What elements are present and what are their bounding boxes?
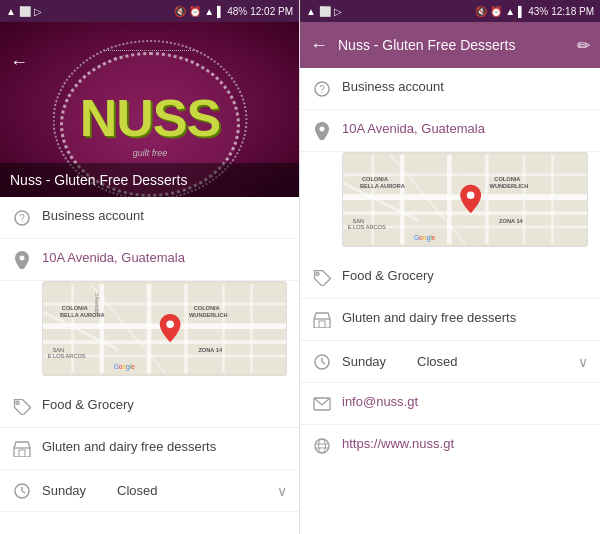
cast-icon: ▷ — [34, 6, 42, 17]
alarm-icon: ⏰ — [189, 6, 201, 17]
hero-image: ← gluten free NUSS guilt free Nuss - Glu… — [0, 22, 300, 197]
left-content: ? Business account 10A Avenida, Guatemal… — [0, 197, 299, 534]
hours-day-left: Sunday — [42, 483, 107, 498]
left-map[interactable]: COLONIA BELLA AURORA COLONIA WUNDERLICH … — [42, 281, 287, 376]
wifi-icon: ▲ — [204, 6, 214, 17]
website-text: https://www.nuss.gt — [342, 435, 588, 453]
svg-text:WUNDERLICH: WUNDERLICH — [490, 183, 529, 189]
notification-icon: ▲ — [6, 6, 16, 17]
svg-text:ZONA 14: ZONA 14 — [198, 347, 222, 353]
svg-text:?: ? — [19, 213, 25, 224]
right-category-text: Food & Grocery — [342, 267, 588, 285]
right-address-row[interactable]: 10A Avenida, Guatemala — [300, 110, 600, 152]
wifi-icon-r: ▲ — [505, 6, 515, 17]
svg-rect-38 — [447, 155, 452, 245]
svg-text:SAN: SAN — [52, 347, 64, 353]
svg-text:COLONIA: COLONIA — [62, 305, 88, 311]
chevron-down-icon-r[interactable]: ∨ — [578, 354, 588, 370]
screenshot-icon: ⬜ — [19, 6, 31, 17]
email-icon — [312, 394, 332, 414]
toolbar-title: Nuss - Gluten Free Desserts — [338, 37, 567, 53]
svg-text:E LOS ARCOS: E LOS ARCOS — [348, 224, 386, 230]
signal-icon: ▌ — [217, 6, 224, 17]
status-right-info: 🔇 ⏰ ▲ ▌ 48% 12:02 PM — [174, 6, 293, 17]
svg-text:2 Avenida: 2 Avenida — [94, 293, 99, 314]
right-content: ? Business account 10A Avenida, Guatemal… — [300, 68, 600, 534]
right-status-bar: ▲ ⬜ ▷ 🔇 ⏰ ▲ ▌ 43% 12:18 PM — [300, 0, 600, 22]
clock-icon — [12, 481, 32, 501]
right-hours-row[interactable]: Sunday Closed ∨ — [300, 341, 600, 383]
time-left: 12:02 PM — [250, 6, 293, 17]
battery-left: 48% — [227, 6, 247, 17]
mute-icon: 🔇 — [174, 6, 186, 17]
left-panel: ▲ ⬜ ▷ 🔇 ⏰ ▲ ▌ 48% 12:02 PM ← gluten free… — [0, 0, 300, 534]
right-status-right: 🔇 ⏰ ▲ ▌ 43% 12:18 PM — [475, 6, 594, 17]
hours-status-left: Closed — [117, 483, 267, 498]
toolbar-back-button[interactable]: ← — [310, 35, 328, 56]
svg-rect-39 — [485, 155, 489, 245]
svg-line-30 — [22, 491, 25, 493]
right-description-text: Gluten and dairy free desserts — [342, 309, 588, 327]
svg-point-62 — [315, 439, 329, 453]
svg-rect-8 — [184, 284, 188, 373]
right-panel: ▲ ⬜ ▷ 🔇 ⏰ ▲ ▌ 43% 12:18 PM ← Nuss - Glut… — [300, 0, 600, 534]
mute-icon-r: 🔇 — [475, 6, 487, 17]
clock-icon-r — [312, 352, 332, 372]
svg-point-63 — [319, 439, 326, 453]
right-category-row: Food & Grocery — [300, 257, 600, 299]
chevron-down-icon[interactable]: ∨ — [277, 483, 287, 499]
left-description-row: Gluten and dairy free desserts — [0, 428, 299, 470]
shop-icon-r — [312, 310, 332, 330]
hours-status-right: Closed — [417, 354, 568, 369]
status-left-icons: ▲ ⬜ ▷ — [6, 6, 42, 17]
svg-text:COLONIA: COLONIA — [362, 176, 388, 182]
edit-button[interactable]: ✏ — [577, 36, 590, 55]
shop-icon — [12, 439, 32, 459]
business-account-text: Business account — [42, 207, 287, 225]
svg-line-60 — [322, 362, 325, 364]
right-business-text: Business account — [342, 78, 588, 96]
alarm-icon-r: ⏰ — [490, 6, 502, 17]
location-icon — [12, 250, 32, 270]
right-website-row[interactable]: https://www.nuss.gt — [300, 425, 600, 467]
address-text: 10A Avenida, Guatemala — [42, 249, 287, 267]
cast-icon-r: ▷ — [334, 6, 342, 17]
question-icon: ? — [12, 208, 32, 228]
tag-icon — [12, 397, 32, 417]
svg-text:E LOS ARCOS: E LOS ARCOS — [48, 353, 86, 359]
description-text: Gluten and dairy free desserts — [42, 438, 287, 456]
right-description-row: Gluten and dairy free desserts — [300, 299, 600, 341]
email-text: info@nuss.gt — [342, 393, 588, 411]
svg-text:WUNDERLICH: WUNDERLICH — [189, 312, 228, 318]
notification-icon-r: ▲ — [306, 6, 316, 17]
screenshot-icon-r: ⬜ — [319, 6, 331, 17]
hero-nuss-text: NUSS — [80, 92, 220, 144]
svg-rect-10 — [250, 284, 253, 373]
svg-rect-26 — [14, 448, 30, 457]
right-email-row[interactable]: info@nuss.gt — [300, 383, 600, 425]
right-map[interactable]: COLONIA BELLA AURORA COLONIA WUNDERLICH … — [342, 152, 588, 247]
svg-text:?: ? — [319, 84, 325, 95]
right-status-left: ▲ ⬜ ▷ — [306, 6, 342, 17]
svg-rect-27 — [19, 450, 25, 457]
globe-icon — [312, 436, 332, 456]
hero-back-arrow[interactable]: ← — [10, 52, 28, 73]
svg-point-55 — [467, 191, 475, 199]
svg-point-25 — [166, 320, 174, 328]
hero-guilt-free: guilt free — [133, 148, 168, 158]
svg-text:Google: Google — [114, 363, 136, 371]
hero-title: Nuss - Gluten Free Desserts — [0, 163, 300, 197]
right-address-text: 10A Avenida, Guatemala — [342, 120, 588, 138]
svg-text:ZONA 14: ZONA 14 — [499, 218, 524, 224]
category-text: Food & Grocery — [42, 396, 287, 414]
hours-day-right: Sunday — [342, 354, 407, 369]
left-business-row: ? Business account — [0, 197, 299, 239]
left-hours-row[interactable]: Sunday Closed ∨ — [0, 470, 299, 512]
svg-rect-57 — [319, 321, 325, 328]
location-icon-r — [312, 121, 332, 141]
right-toolbar: ← Nuss - Gluten Free Desserts ✏ — [300, 22, 600, 68]
question-icon-r: ? — [312, 79, 332, 99]
left-address-row[interactable]: 10A Avenida, Guatemala — [0, 239, 299, 281]
svg-rect-40 — [523, 155, 526, 245]
battery-right: 43% — [528, 6, 548, 17]
